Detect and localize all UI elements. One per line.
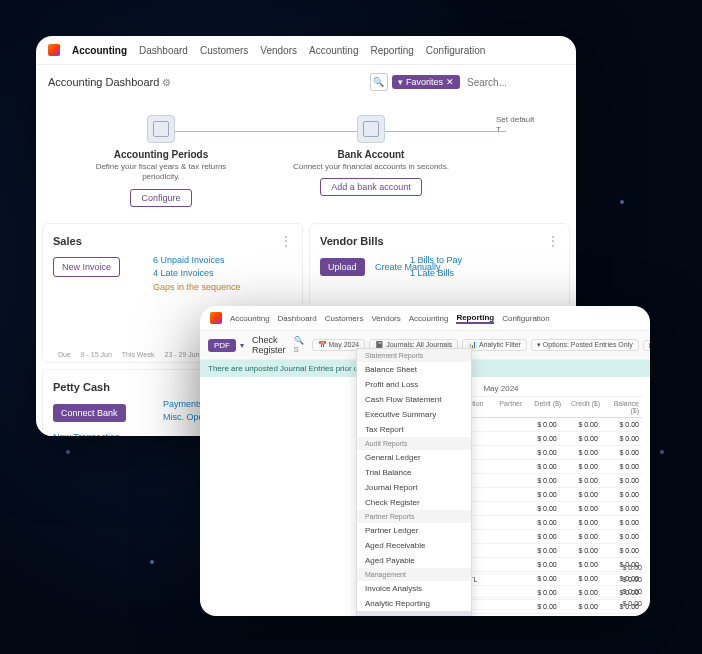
menu-trial-balance[interactable]: Trial Balance: [357, 465, 471, 480]
page-title: Accounting Dashboard: [48, 76, 159, 88]
menu-exec-summary[interactable]: Executive Summary: [357, 407, 471, 422]
sequence-warning: Gaps in the sequence: [153, 281, 241, 295]
chip-options[interactable]: ▾ Options: Posted Entries Only: [531, 339, 639, 351]
x-label: 9 - 15 Jun: [81, 351, 112, 358]
menu-group-header: Audit Reports: [357, 437, 471, 450]
card-title: Accounting Periods: [76, 149, 246, 160]
card-desc: Set default T: [496, 115, 536, 136]
x-label: 23 - 29 Jun: [164, 351, 199, 358]
nav-reporting[interactable]: Reporting: [370, 45, 413, 56]
tile-title: Vendor Bills: [320, 235, 384, 247]
top-nav: Accounting Dashboard Customers Vendors A…: [200, 306, 650, 331]
report-title: Check Register: [252, 335, 286, 355]
menu-check-register[interactable]: Check Register: [357, 495, 471, 510]
card-desc: Connect your financial accounts in secon…: [286, 162, 456, 172]
gear-icon[interactable]: ⚙: [162, 77, 171, 88]
bills-to-pay-link[interactable]: 1 Bills to Pay: [410, 254, 462, 268]
nav-dashboard[interactable]: Dashboard: [139, 45, 188, 56]
nav-configuration[interactable]: Configuration: [426, 45, 485, 56]
menu-aged-receivable[interactable]: Aged Receivable: [357, 538, 471, 553]
onboarding-flow: Accounting Periods Define your fiscal ye…: [36, 99, 576, 223]
upload-button[interactable]: Upload: [320, 258, 365, 276]
bank-icon: [357, 115, 385, 143]
add-bank-button[interactable]: Add a bank account: [320, 178, 422, 196]
late-invoices-link[interactable]: 4 Late Invoices: [153, 267, 241, 281]
app-logo-icon: [48, 44, 60, 56]
kebab-icon[interactable]: ⋮: [547, 234, 559, 248]
menu-group-header: Management: [357, 568, 471, 581]
pdf-button[interactable]: PDF: [208, 339, 236, 352]
report-window: Accounting Dashboard Customers Vendors A…: [200, 306, 650, 616]
nav-customers[interactable]: Customers: [325, 314, 364, 323]
connect-bank-button[interactable]: Connect Bank: [53, 404, 126, 422]
app-logo-icon: [210, 312, 222, 324]
menu-group-header: Partner Reports: [357, 510, 471, 523]
nav-dashboard[interactable]: Dashboard: [278, 314, 317, 323]
nav-reporting[interactable]: Reporting: [456, 313, 494, 324]
nav-accounting2[interactable]: Accounting: [409, 314, 449, 323]
search-icon[interactable]: 🔍 S: [294, 336, 304, 354]
x-label: Due: [58, 351, 71, 358]
menu-profit-loss[interactable]: Profit and Loss: [357, 377, 471, 392]
menu-partner-ledger[interactable]: Partner Ledger: [357, 523, 471, 538]
tile-title: Petty Cash: [53, 381, 110, 393]
sub-bar: Accounting Dashboard ⚙ 🔍 ▾ Favorites ✕: [36, 65, 576, 99]
nav-vendors[interactable]: Vendors: [260, 45, 297, 56]
search-input[interactable]: [464, 74, 564, 91]
nav-configuration[interactable]: Configuration: [502, 314, 550, 323]
card-title: Bank Account: [286, 149, 456, 160]
chevron-down-icon[interactable]: ▾: [240, 341, 244, 350]
tile-title: Sales: [53, 235, 82, 247]
chip-currency[interactable]: In $: [643, 340, 650, 351]
x-label: This Week: [122, 351, 155, 358]
late-bills-link[interactable]: 1 Late Bills: [410, 267, 462, 281]
menu-invoice-analysis[interactable]: Invoice Analysis: [357, 581, 471, 596]
top-nav: Accounting Dashboard Customers Vendors A…: [36, 36, 576, 65]
chip-analytic[interactable]: 📊 Analytic Filter: [462, 339, 527, 351]
search-icon[interactable]: 🔍: [370, 73, 388, 91]
new-invoice-button[interactable]: New Invoice: [53, 257, 120, 277]
nav-accounting[interactable]: Accounting: [72, 45, 127, 56]
menu-cash-flow[interactable]: Cash Flow Statement: [357, 392, 471, 407]
menu-aged-payable[interactable]: Aged Payable: [357, 553, 471, 568]
nav-accounting2[interactable]: Accounting: [309, 45, 358, 56]
menu-group-header: Statement Reports: [357, 349, 471, 362]
nav-customers[interactable]: Customers: [200, 45, 248, 56]
card-accounting-periods: Accounting Periods Define your fiscal ye…: [76, 115, 246, 207]
nav-vendors[interactable]: Vendors: [371, 314, 400, 323]
calendar-icon: [147, 115, 175, 143]
card-bank-account: Bank Account Connect your financial acco…: [286, 115, 456, 207]
kebab-icon[interactable]: ⋮: [280, 234, 292, 248]
menu-journal-report[interactable]: Journal Report: [357, 480, 471, 495]
card-taxes: Set default T: [496, 115, 536, 207]
menu-deferred-expense[interactable]: Deferred Expense: [357, 611, 471, 616]
menu-analytic-reporting[interactable]: Analytic Reporting: [357, 596, 471, 611]
menu-general-ledger[interactable]: General Ledger: [357, 450, 471, 465]
menu-balance-sheet[interactable]: Balance Sheet: [357, 362, 471, 377]
card-desc: Define your fiscal years & tax returns p…: [76, 162, 246, 183]
reporting-dropdown: Statement Reports Balance Sheet Profit a…: [356, 348, 472, 616]
configure-button[interactable]: Configure: [130, 189, 191, 207]
filter-favorites[interactable]: ▾ Favorites ✕: [392, 75, 460, 89]
menu-tax-report[interactable]: Tax Report: [357, 422, 471, 437]
nav-accounting[interactable]: Accounting: [230, 314, 270, 323]
unpaid-invoices-link[interactable]: 6 Unpaid Invoices: [153, 254, 241, 268]
